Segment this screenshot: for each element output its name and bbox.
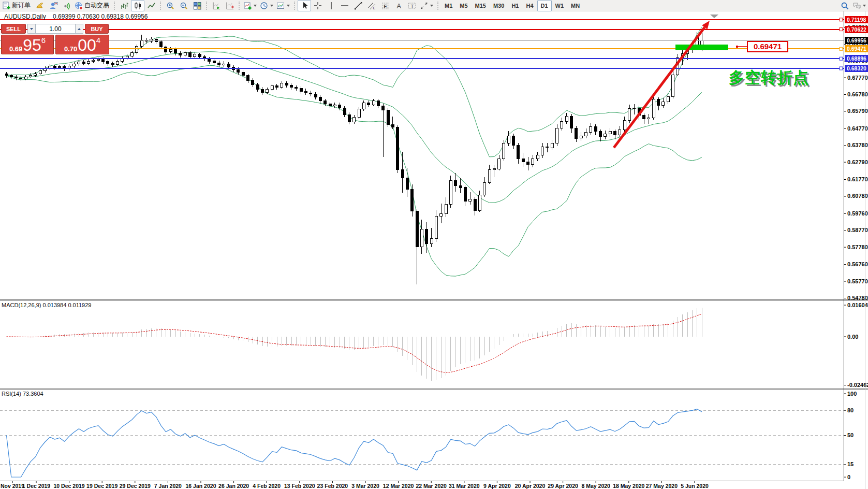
- deposit-button[interactable]: [33, 0, 47, 11]
- candle-chart-button[interactable]: [131, 0, 144, 11]
- bar-chart-button[interactable]: [117, 0, 131, 11]
- autotrading-icon: [75, 2, 83, 10]
- templates-button[interactable]: [275, 0, 292, 11]
- chat-button[interactable]: [851, 0, 868, 11]
- trade-panel-prices: 0.69956 0.70004: [1, 35, 111, 54]
- text-icon: A: [394, 2, 403, 10]
- search-button[interactable]: [838, 0, 851, 11]
- time-axis-label: 12 Mar 2020: [383, 483, 414, 489]
- time-axis-label: 20 Apr 2020: [515, 483, 546, 489]
- volume-decrease-button[interactable]: [27, 24, 36, 34]
- tile-windows-button[interactable]: [190, 0, 204, 11]
- timeframe-m30-button[interactable]: M30: [490, 0, 508, 11]
- crosshair-icon: [314, 2, 322, 10]
- line-handle[interactable]: [840, 28, 843, 31]
- zoom-in-icon: [166, 2, 175, 10]
- chart-window[interactable]: AUDUSD,Daily 0.69399 0.70630 0.69318 0.6…: [0, 11, 868, 489]
- autotrading-label: 自动交易: [84, 1, 109, 10]
- rsi-line: [7, 409, 702, 477]
- zoom-in-button[interactable]: [164, 0, 177, 11]
- chevron-down-icon: [270, 5, 273, 7]
- rsi-pane: [0, 409, 844, 477]
- timeframe-h4-button[interactable]: H4: [522, 0, 537, 11]
- svg-text:A: A: [396, 2, 401, 9]
- crosshair-button[interactable]: [311, 0, 325, 11]
- time-axis-label: 4 Feb 2020: [253, 483, 281, 489]
- new-order-button[interactable]: 新订单: [1, 0, 33, 11]
- time-axis-label: 7 Jan 2020: [154, 483, 182, 489]
- hline-icon: [341, 2, 349, 10]
- autotrading-button[interactable]: 自动交易: [73, 0, 112, 11]
- cursor-button[interactable]: [298, 0, 311, 11]
- timeframe-mn-button[interactable]: MN: [567, 0, 583, 11]
- axis-tick-label: 80: [847, 407, 854, 413]
- text-label-icon: T: [408, 2, 417, 10]
- trend-arrow[interactable]: [614, 27, 704, 148]
- bollinger-upper-band: [7, 27, 702, 157]
- chart-title: AUDUSD,Daily 0.69399 0.70630 0.69318 0.6…: [4, 13, 148, 20]
- volume-increase-button[interactable]: [75, 24, 83, 34]
- indicators-list-button[interactable]: [242, 0, 259, 11]
- buy-button[interactable]: BUY: [85, 24, 109, 34]
- volume-input[interactable]: [36, 24, 75, 34]
- timeframe-d1-button[interactable]: D1: [537, 0, 552, 11]
- macd-indicator-label: MACD(12,26,9) 0.013984 0.011929: [2, 302, 91, 308]
- buy-price-box[interactable]: 0.70004: [55, 35, 109, 54]
- timeframe-h1-button[interactable]: H1: [508, 0, 522, 11]
- trendline-icon: [354, 2, 363, 10]
- chart-shift-button[interactable]: [223, 0, 237, 11]
- text-label-tool-button[interactable]: T: [405, 0, 419, 11]
- turning-point-annotation[interactable]: 多空转折点: [729, 67, 809, 89]
- line-handle[interactable]: [840, 18, 843, 21]
- time-axis-label: 10 Dec 2019: [54, 483, 85, 489]
- zoom-out-button[interactable]: [177, 0, 190, 11]
- time-axis-label: 18 May 2020: [613, 483, 644, 489]
- sell-price-small: 0.69: [9, 45, 22, 53]
- candle-chart-icon: [134, 2, 142, 10]
- mt4-window: 新订单自动交易EFATM1M5M15M30H1H4D1W1MN AUDUSD,D…: [0, 0, 868, 489]
- chevron-down-icon: [254, 5, 257, 7]
- timeframe-m1-button[interactable]: M1: [441, 0, 456, 11]
- green-highlight-band[interactable]: [675, 45, 728, 50]
- toolbar-separator: [239, 2, 240, 10]
- text-tool-button[interactable]: A: [392, 0, 405, 11]
- signals-button[interactable]: [60, 0, 73, 11]
- channel-icon: E: [367, 2, 376, 10]
- bollinger-bands: [7, 27, 702, 276]
- time-axis-label: 9 Apr 2020: [483, 483, 511, 489]
- price-callout-label[interactable]: 0.69471: [747, 41, 788, 52]
- svg-text:T: T: [410, 3, 414, 8]
- line-handle[interactable]: [840, 47, 843, 50]
- horizontal-line-button[interactable]: [338, 0, 351, 11]
- time-axis-label: 16 Jan 2020: [186, 483, 216, 489]
- chart-shift-icon: [226, 2, 234, 10]
- time-axis-label: 19 Dec 2019: [86, 483, 117, 489]
- line-handle[interactable]: [840, 67, 843, 70]
- periods-button[interactable]: [259, 0, 275, 11]
- svg-text:F: F: [384, 4, 387, 9]
- new-order-icon: [2, 2, 11, 10]
- timeframe-m5-button[interactable]: M5: [456, 0, 471, 11]
- ohlc-values: 0.69399 0.70630 0.69318 0.69956: [53, 13, 148, 20]
- symbol-period-label: AUDUSD,Daily: [4, 13, 46, 20]
- vertical-line-button[interactable]: [325, 0, 338, 11]
- time-axis-label: 27 May 2020: [646, 483, 678, 489]
- window-border: [865, 11, 865, 489]
- axis-tick-label: 0.00: [847, 334, 858, 340]
- fibonacci-retracement-button[interactable]: F: [378, 0, 392, 11]
- timeframe-m15-button[interactable]: M15: [472, 0, 490, 11]
- chat-icon: [852, 2, 861, 10]
- sell-button[interactable]: SELL: [1, 24, 26, 34]
- auto-scroll-button[interactable]: [210, 0, 223, 11]
- arrows-tool-button[interactable]: [419, 0, 435, 11]
- profile-button[interactable]: [47, 0, 60, 11]
- timeframe-w1-button[interactable]: W1: [552, 0, 568, 11]
- trendline-button[interactable]: [351, 0, 365, 11]
- line-chart-button[interactable]: [144, 0, 158, 11]
- sell-price-box[interactable]: 0.69956: [1, 35, 54, 54]
- axis-tick-label: 100: [847, 391, 857, 397]
- chevron-down-icon: [430, 5, 433, 7]
- line-handle[interactable]: [840, 57, 843, 60]
- equidistant-channel-button[interactable]: E: [365, 0, 378, 11]
- toolbar-separator: [206, 2, 208, 10]
